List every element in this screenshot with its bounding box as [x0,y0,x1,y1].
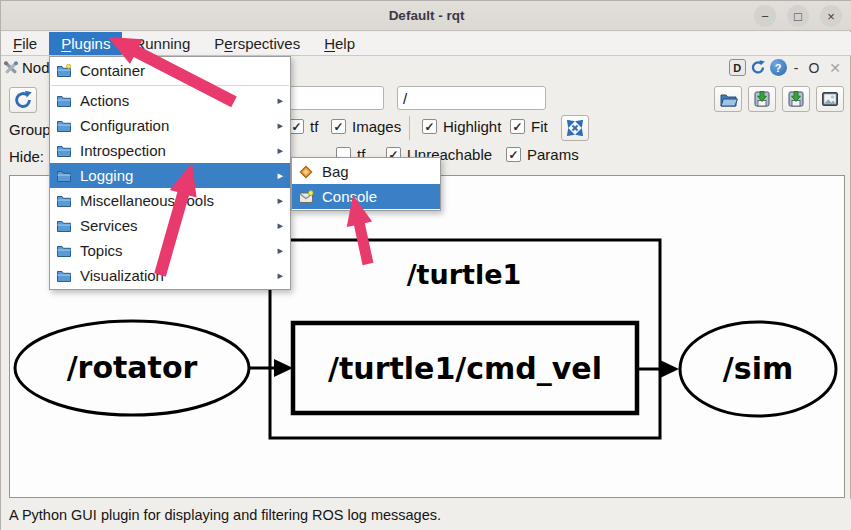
submenu-arrow-icon: ▸ [277,219,284,232]
hide-checkbox-params[interactable]: ✓ Params [506,146,579,163]
open-folder-icon [719,91,738,108]
refresh-graph-button[interactable] [9,87,37,113]
bag-icon [298,164,314,180]
window-maximize-button[interactable]: □ [787,5,809,27]
menu-perspectives[interactable]: Perspectives [202,32,312,55]
rqt-window: Default - rqt − □ × File Plugins Running… [0,0,851,530]
save-dot-button[interactable] [748,86,776,112]
topic-filter-input[interactable] [397,86,546,110]
menu-item-services[interactable]: Services ▸ [50,213,290,238]
folder-icon [56,93,72,109]
menu-help[interactable]: Help [312,32,367,55]
highlight-checkbox[interactable]: ✓ Highlight [422,118,501,135]
close-icon: × [827,9,835,24]
checkbox-checked: ✓ [331,119,346,134]
checkbox-checked: ✓ [510,119,525,134]
load-dot-button[interactable] [714,86,742,112]
submenu-arrow-icon: ▸ [277,144,284,157]
statusbar: A Python GUI plugin for displaying and f… [1,499,851,530]
submenu-arrow-icon: ▸ [277,94,284,107]
dock-title-text: Nod [22,59,50,76]
folder-icon [56,118,72,134]
maximize-icon: □ [794,9,802,24]
window-close-button[interactable]: × [820,5,842,27]
dock-d-button[interactable]: D [729,59,746,76]
toolbar-separator [409,116,410,140]
plugins-menu-popup: Container Actions ▸ Configuration ▸ Intr… [49,56,291,290]
menu-item-visualization[interactable]: Visualization ▸ [50,263,290,288]
save-icon [753,90,771,108]
fit-checkbox[interactable]: ✓ Fit [510,118,548,135]
submenu-arrow-icon: ▸ [277,169,284,182]
dock-minimize-button[interactable]: - [791,60,802,76]
namespace-filter-input[interactable] [288,86,384,110]
menu-item-miscellaneous-tools[interactable]: Miscellaneous Tools ▸ [50,188,290,213]
titlebar: Default - rqt − □ × [1,1,851,31]
group-checkbox-tf[interactable]: ✓ tf [289,118,318,135]
submenu-arrow-icon: ▸ [277,119,284,132]
menu-item-container[interactable]: Container [50,58,290,83]
minimize-icon: − [761,9,769,24]
dock-float-button[interactable]: O [805,60,822,76]
turtle1-container-label: /turtle1 [407,259,522,290]
menu-item-actions[interactable]: Actions ▸ [50,88,290,113]
submenu-item-console[interactable]: Console [292,184,440,209]
save-icon [787,90,805,108]
folder-icon [56,218,72,234]
menu-running[interactable]: Running [122,32,202,55]
menu-plugins[interactable]: Plugins [49,32,122,55]
window-title: Default - rqt [389,8,465,23]
hide-label: Hide: [9,148,44,165]
dock-help-icon[interactable]: ? [770,59,787,76]
save-image-button[interactable] [816,86,844,112]
folder-icon [56,243,72,259]
sim-node-label: /sim [723,351,793,386]
menu-item-introspection[interactable]: Introspection ▸ [50,138,290,163]
submenu-arrow-icon: ▸ [277,269,284,282]
group-checkbox-images[interactable]: ✓ Images [331,118,401,135]
logging-submenu-popup: Bag Console [291,157,441,211]
folder-icon [56,168,72,184]
window-minimize-button[interactable]: − [754,5,776,27]
submenu-arrow-icon: ▸ [277,194,284,207]
menubar: File Plugins Running Perspectives Help [1,32,851,56]
menu-item-configuration[interactable]: Configuration ▸ [50,113,290,138]
menu-item-logging[interactable]: Logging ▸ [50,163,290,188]
new-folder-icon [56,63,72,79]
console-icon [298,189,314,205]
checkbox-checked: ✓ [506,147,521,162]
folder-icon [56,268,72,284]
menu-item-topics[interactable]: Topics ▸ [50,238,290,263]
status-text: A Python GUI plugin for displaying and f… [9,507,441,523]
submenu-arrow-icon: ▸ [277,244,284,257]
checkbox-checked: ✓ [289,119,304,134]
dock-close-button[interactable]: ✕ [826,60,844,76]
rotator-node-label: /rotator [67,350,198,385]
save-svg-button[interactable] [782,86,810,112]
refresh-icon [13,90,33,110]
node-graph-tools-icon [3,60,19,76]
image-icon [821,91,839,107]
checkbox-checked: ✓ [422,119,437,134]
expand-arrows-icon [567,120,583,136]
dock-refresh-icon[interactable] [750,60,766,76]
cmd-vel-topic-label: /turtle1/cmd_vel [328,351,602,386]
fit-in-view-button[interactable] [561,115,589,141]
menu-separator [51,85,289,86]
menu-file[interactable]: File [1,32,49,55]
folder-icon [56,193,72,209]
folder-icon [56,143,72,159]
group-label: Group: [9,121,55,138]
submenu-item-bag[interactable]: Bag [292,159,440,184]
